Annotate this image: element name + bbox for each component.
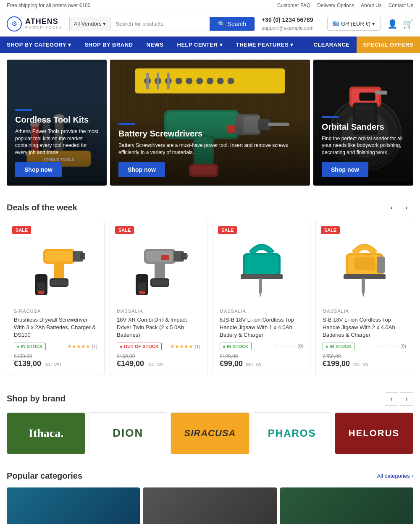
deals-title: Deals of the week bbox=[7, 203, 77, 212]
brands-next-btn[interactable]: › bbox=[400, 392, 413, 406]
new-price-3: €99,00 bbox=[220, 359, 243, 368]
logo[interactable]: ⚙ ATHENS POWER TOOLS bbox=[7, 16, 63, 31]
popular-categories-section: Popular categories All categories › bbox=[0, 463, 420, 524]
chevron-down-icon: ▾ bbox=[372, 21, 375, 27]
banner-section: ATHENS TOOLS Cordless Tool Kits Athens P… bbox=[7, 60, 413, 186]
new-price-2: €149,00 bbox=[117, 359, 144, 368]
stars-1: ★★★★★ (1) bbox=[67, 343, 97, 349]
old-price-1: €159,00 bbox=[14, 354, 97, 359]
svg-rect-68 bbox=[155, 262, 165, 280]
brands-grid: Ithaca. DION SIRACUSA PHAROS HELORUS bbox=[7, 412, 413, 454]
chevron-down-icon: ▾ bbox=[103, 21, 106, 27]
categories-title: Popular categories bbox=[7, 471, 82, 481]
brand-helorus[interactable]: HELORUS bbox=[335, 412, 413, 454]
vendor-dropdown[interactable]: All Vendors ▾ bbox=[70, 17, 111, 30]
stock-status-2: ● OUT OF STOCK bbox=[117, 343, 162, 350]
stock-status-3: ● IN STOCK bbox=[220, 343, 252, 350]
inc-vat-1: INC. VAT bbox=[45, 362, 62, 367]
product-brand-1: SIRACUSA bbox=[14, 309, 97, 314]
product-card-4: SALE bbox=[315, 221, 413, 375]
svg-rect-78 bbox=[259, 278, 262, 291]
cart-icon[interactable]: 🛒 bbox=[403, 19, 413, 29]
sale-badge-1: SALE bbox=[12, 226, 31, 234]
brands-prev-btn[interactable]: ‹ bbox=[385, 392, 398, 406]
header-icons: 👤 🛒 bbox=[387, 19, 413, 29]
nav-shop-by-category[interactable]: SHOP BY CATEGORY ▾ bbox=[0, 37, 78, 53]
product-card-2: SALE bbox=[110, 221, 207, 375]
nav-clearance[interactable]: CLEARANCE bbox=[307, 37, 356, 53]
banner-1-shop-btn[interactable]: Shop now bbox=[15, 162, 62, 177]
brand-sub: POWER TOOLS bbox=[25, 26, 63, 30]
product-footer-4: ● IN STOCK ☆☆☆☆☆ (0) bbox=[323, 343, 406, 350]
nav-left: SHOP BY CATEGORY ▾ SHOP BY BRAND NEWS HE… bbox=[0, 37, 307, 53]
nav-theme-features[interactable]: THEME FEATURES ▾ bbox=[229, 37, 300, 53]
svg-rect-56 bbox=[84, 255, 85, 257]
categories-header: Popular categories All categories › bbox=[7, 471, 413, 481]
banner-screwdrivers: Battery Screwdrivers Battery Screwdriver… bbox=[110, 60, 310, 186]
email-address: support@example.com bbox=[262, 24, 320, 32]
svg-point-25 bbox=[217, 78, 224, 84]
product-card-1: SALE bbox=[7, 221, 105, 375]
svg-marker-79 bbox=[259, 291, 262, 297]
chevron-down-icon: ▾ bbox=[290, 42, 294, 48]
nav-shop-by-brand[interactable]: SHOP BY BRAND bbox=[78, 37, 139, 53]
flag-icon: 🇬🇷 bbox=[333, 21, 339, 27]
banner-2-shop-btn[interactable]: Shop now bbox=[118, 162, 165, 177]
brands-header: Shop by brand ‹ › bbox=[7, 392, 413, 406]
brands-title: Shop by brand bbox=[7, 394, 66, 403]
brand-dion[interactable]: DION bbox=[89, 412, 167, 454]
deals-prev-btn[interactable]: ‹ bbox=[385, 201, 398, 214]
currency-selector[interactable]: 🇬🇷 GR (EUR €) ▾ bbox=[327, 17, 381, 31]
svg-rect-28 bbox=[157, 73, 159, 89]
top-bar: Free shipping for all orders over €100 C… bbox=[0, 0, 420, 11]
svg-rect-53 bbox=[45, 251, 73, 262]
svg-rect-83 bbox=[377, 257, 385, 273]
svg-rect-49 bbox=[375, 91, 388, 95]
brand-siracusa[interactable]: SIRACUSA bbox=[171, 412, 249, 454]
svg-rect-71 bbox=[152, 280, 168, 286]
new-price-1: €139,00 bbox=[14, 359, 41, 368]
contact-link[interactable]: Contact Us bbox=[388, 3, 413, 8]
products-grid: SALE bbox=[7, 221, 413, 375]
faq-link[interactable]: Customer FAQ bbox=[277, 3, 310, 8]
nav-help-center[interactable]: HELP CENTER ▾ bbox=[171, 37, 230, 53]
svg-rect-27 bbox=[146, 73, 149, 89]
nav-special-offers[interactable]: SPECIAL OFFERS bbox=[357, 37, 420, 53]
banner-cordless-kits: ATHENS TOOLS Cordless Tool Kits Athens P… bbox=[7, 60, 107, 186]
old-price-4: €259,00 bbox=[323, 354, 406, 359]
inc-vat-4: INC. VAT bbox=[353, 362, 370, 367]
shipping-text: Free shipping for all orders over €100 bbox=[7, 3, 90, 8]
search-input[interactable] bbox=[110, 17, 209, 30]
product-brand-2: MASSALIA bbox=[117, 309, 200, 314]
about-link[interactable]: About Us bbox=[361, 3, 381, 8]
svg-rect-85 bbox=[362, 278, 365, 291]
deals-section: Deals of the week ‹ › SALE bbox=[0, 192, 420, 384]
category-card-3[interactable] bbox=[280, 487, 413, 524]
product-img-3 bbox=[220, 228, 303, 304]
nav-news[interactable]: NEWS bbox=[140, 37, 171, 53]
account-icon[interactable]: 👤 bbox=[387, 19, 398, 29]
main-nav: SHOP BY CATEGORY ▾ SHOP BY BRAND NEWS HE… bbox=[0, 37, 420, 53]
delivery-link[interactable]: Delivery Options bbox=[317, 3, 354, 8]
banner-1-desc: Athens Power Tools provide the most popu… bbox=[15, 128, 98, 156]
deals-next-btn[interactable]: › bbox=[400, 201, 413, 214]
category-card-2[interactable] bbox=[143, 487, 276, 524]
deals-header: Deals of the week ‹ › bbox=[7, 201, 413, 214]
product-prices-4: €259,00 €199,00 INC. VAT bbox=[323, 354, 406, 368]
banner-3-shop-btn[interactable]: Shop now bbox=[322, 162, 368, 177]
old-price-2: €169,00 bbox=[117, 354, 200, 359]
search-button[interactable]: 🔍 Search bbox=[210, 17, 255, 31]
stars-3: ☆☆☆☆☆ (0) bbox=[275, 343, 303, 349]
stars-2: ★★★★★ (1) bbox=[170, 343, 200, 349]
svg-point-24 bbox=[207, 78, 213, 84]
brand-pharos[interactable]: PHAROS bbox=[253, 412, 331, 454]
all-categories-btn[interactable]: All categories › bbox=[377, 473, 413, 479]
category-card-1[interactable] bbox=[7, 487, 140, 524]
banner-accent-2 bbox=[118, 123, 135, 125]
search-area: All Vendors ▾ 🔍 Search bbox=[69, 17, 255, 31]
chevron-right-icon: › bbox=[412, 473, 413, 479]
svg-marker-86 bbox=[362, 291, 365, 297]
svg-rect-74 bbox=[139, 291, 145, 294]
banner-accent-3 bbox=[322, 116, 339, 118]
brand-ithaca[interactable]: Ithaca. bbox=[7, 412, 85, 454]
